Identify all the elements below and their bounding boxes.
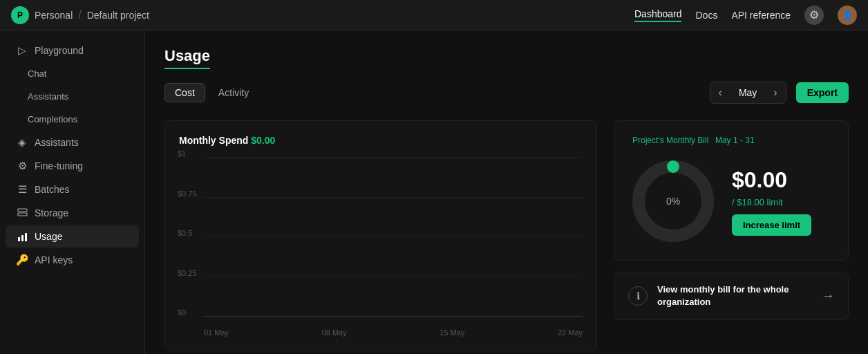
logo: P <box>11 6 29 24</box>
nav-docs[interactable]: Docs <box>695 10 717 21</box>
sidebar-label-fine-tuning: Fine-tuning <box>35 160 83 171</box>
assistants-icon: ◈ <box>17 137 28 148</box>
increase-limit-button[interactable]: Increase limit <box>732 214 811 236</box>
sidebar-label-storage: Storage <box>35 207 68 218</box>
sidebar-label-usage: Usage <box>35 231 62 242</box>
main-layout: ▷ Playground Chat Assistants Completions… <box>0 30 868 354</box>
api-keys-icon: 🔑 <box>17 254 28 266</box>
chart-grid: $1 $0.75 $0.5 $0.25 $0 <box>204 157 583 316</box>
donut-chart: 0% <box>628 156 718 246</box>
arrow-icon: → <box>822 289 834 304</box>
right-panel: Project's Monthly Bill May 1 - 31 0% <box>614 120 849 351</box>
x-label-2: 08 May <box>322 328 347 337</box>
bill-title-text: Project's Monthly Bill <box>632 136 708 145</box>
page-title: Usage <box>164 47 210 69</box>
topnav-left: P Personal / Default project <box>11 6 634 24</box>
main-content: Usage Cost Activity ‹ May › Export Month… <box>145 30 868 354</box>
sidebar-label-chat: Chat <box>28 68 46 79</box>
content-body: Monthly Spend $0.00 $1 $0.75 $0.5 <box>164 120 849 351</box>
view-org-card[interactable]: ℹ View monthly bill for the whole organi… <box>614 272 849 320</box>
avatar[interactable]: 👤 <box>838 6 857 25</box>
batches-icon: ☰ <box>17 184 28 195</box>
y-label-1: $1 <box>178 149 186 158</box>
usage-icon <box>17 231 28 242</box>
export-button[interactable]: Export <box>796 82 849 103</box>
current-month-label: May <box>730 83 765 102</box>
info-icon: ℹ <box>628 286 648 306</box>
sidebar-item-batches[interactable]: ☰ Batches <box>6 178 139 201</box>
prev-month-button[interactable]: ‹ <box>710 82 730 103</box>
breadcrumb-separator: / <box>78 9 81 21</box>
bill-content: 0% $0.00 / $18.00 limit Increase limit <box>628 156 834 246</box>
sidebar-label-playground: Playground <box>35 45 84 56</box>
bill-limit-text: / $18.00 limit <box>732 197 783 207</box>
x-label-4: 22 May <box>558 328 583 337</box>
settings-icon[interactable]: ⚙ <box>804 6 824 25</box>
view-org-text: View monthly bill for the whole organiza… <box>657 283 812 308</box>
sidebar-item-fine-tuning[interactable]: ⚙ Fine-tuning <box>6 155 139 177</box>
project-label: Default project <box>87 10 149 21</box>
nav-api-reference[interactable]: API reference <box>731 10 791 21</box>
sidebar-label-api-keys: API keys <box>35 254 73 266</box>
fine-tuning-icon: ⚙ <box>17 160 28 171</box>
sidebar-label-batches: Batches <box>35 184 70 195</box>
sidebar-item-storage[interactable]: Storage <box>6 202 139 224</box>
chart-area: $1 $0.75 $0.5 $0.25 $0 <box>179 157 583 337</box>
grid-line-3: $0.5 <box>204 236 583 237</box>
monthly-spend-amount: $0.00 <box>251 135 275 146</box>
monthly-spend-label: Monthly Spend $0.00 <box>179 135 583 146</box>
y-label-2: $0.75 <box>178 189 197 198</box>
sidebar-label-assistants-sub: Assistants <box>28 91 68 102</box>
svg-rect-4 <box>25 233 27 241</box>
bill-amount: $0.00 <box>732 167 811 193</box>
grid-line-2: $0.75 <box>204 197 583 198</box>
sidebar-label-completions: Completions <box>28 114 77 124</box>
sidebar-item-playground[interactable]: ▷ Playground <box>6 39 139 62</box>
x-labels: 01 May 08 May 15 May 22 May <box>204 328 583 337</box>
svg-rect-0 <box>18 209 27 212</box>
y-label-4: $0.25 <box>178 269 197 277</box>
bill-right: $0.00 / $18.00 limit Increase limit <box>732 167 811 236</box>
month-navigator: ‹ May › <box>710 82 786 104</box>
svg-rect-3 <box>21 235 23 241</box>
chart-section: Monthly Spend $0.00 $1 $0.75 $0.5 <box>164 120 597 351</box>
grid-line-4: $0.25 <box>204 277 583 277</box>
sidebar: ▷ Playground Chat Assistants Completions… <box>0 30 145 354</box>
topnav-right: Dashboard Docs API reference ⚙ 👤 <box>634 6 857 25</box>
grid-line-1: $1 <box>204 157 583 158</box>
bill-title: Project's Monthly Bill May 1 - 31 <box>628 135 834 145</box>
tabs-row: Cost Activity ‹ May › Export <box>164 82 849 104</box>
nav-dashboard[interactable]: Dashboard <box>634 8 682 22</box>
sidebar-item-api-keys[interactable]: 🔑 API keys <box>6 249 139 271</box>
workspace-label: Personal <box>35 10 73 21</box>
monthly-bill-card: Project's Monthly Bill May 1 - 31 0% <box>614 120 849 261</box>
bill-limit: / $18.00 limit <box>732 197 811 207</box>
storage-icon <box>17 207 28 218</box>
x-label-3: 15 May <box>440 328 464 337</box>
grid-line-5: $0 <box>204 316 583 317</box>
donut-percent-label: 0% <box>666 196 680 207</box>
svg-rect-1 <box>18 213 27 216</box>
y-label-5: $0 <box>178 308 186 317</box>
sidebar-item-chat[interactable]: Chat <box>6 63 139 84</box>
sidebar-item-assistants[interactable]: ◈ Assistants <box>6 131 139 153</box>
sidebar-item-usage[interactable]: Usage <box>6 225 139 248</box>
x-label-1: 01 May <box>204 328 229 337</box>
topnav: P Personal / Default project Dashboard D… <box>0 0 868 30</box>
playground-icon: ▷ <box>17 45 28 56</box>
sidebar-item-completions[interactable]: Completions <box>6 109 139 130</box>
svg-rect-2 <box>18 237 20 241</box>
tab-cost[interactable]: Cost <box>164 83 205 102</box>
sidebar-label-assistants: Assistants <box>35 137 79 148</box>
next-month-button[interactable]: › <box>765 82 785 103</box>
bill-date-range: May 1 - 31 <box>715 136 755 145</box>
y-label-3: $0.5 <box>178 229 192 237</box>
sidebar-item-assistants-sub[interactable]: Assistants <box>6 86 139 107</box>
tab-activity[interactable]: Activity <box>208 83 259 102</box>
